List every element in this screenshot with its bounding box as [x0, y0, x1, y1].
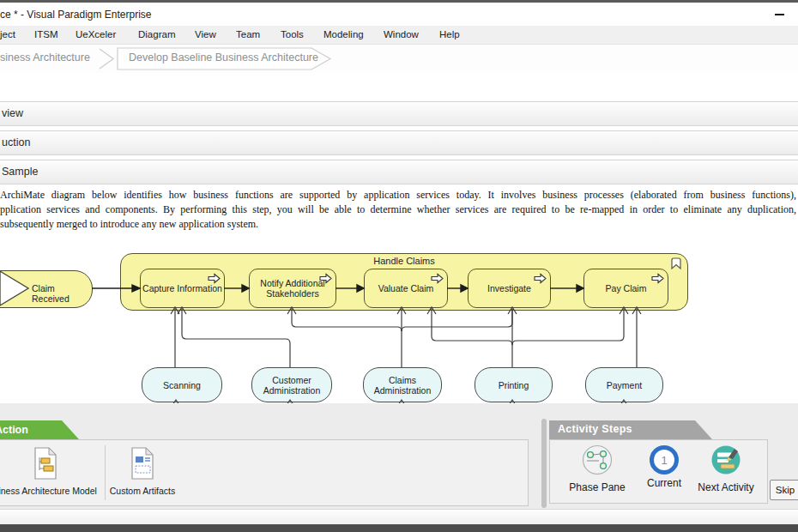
section-label: Sample: [2, 166, 38, 178]
section-header-introduction[interactable]: uction: [0, 130, 798, 155]
menu-item-project[interactable]: ject: [0, 29, 15, 39]
shape-process-notify-additional-stakeholders[interactable]: Notify Additional Stakeholders: [249, 269, 336, 308]
shape-label: Capture Information: [142, 283, 222, 293]
section-header-sample[interactable]: Sample: [0, 160, 798, 184]
process-arrow-icon: [534, 273, 547, 284]
action-item-custom-artifacts[interactable]: Custom Artifacts: [106, 444, 179, 500]
group-title: Handle Claims: [121, 256, 687, 266]
archimate-diagram: Handle Claims Claim Received Capture Inf…: [0, 247, 798, 406]
menu-item-tools[interactable]: Tools: [281, 29, 304, 39]
breadcrumb-item-develop-baseline[interactable]: Develop Baseline Business Architecture: [129, 51, 318, 63]
activity-step-phase-pane[interactable]: Phase Pane: [560, 444, 634, 493]
activity-step-current[interactable]: 1 Current: [636, 444, 692, 489]
menu-item-team[interactable]: Team: [236, 29, 260, 39]
process-arrow-icon: [208, 273, 221, 284]
document-list-icon: [129, 446, 156, 481]
shape-label: Scanning: [163, 380, 201, 390]
shape-process-pay-claim[interactable]: Pay Claim: [583, 269, 668, 308]
activity-steps-panel: Phase Pane 1 Current Next Activity: [549, 439, 768, 504]
current-step-number: 1: [661, 454, 667, 467]
shape-service-claims-administration[interactable]: Claims Administration: [363, 367, 442, 402]
process-arrow-icon: [431, 273, 444, 284]
shape-service-scanning[interactable]: Scanning: [142, 367, 222, 402]
description-line: ArchiMate diagram below identifies how b…: [0, 188, 796, 203]
action-item-label: siness Architecture Model: [0, 486, 99, 496]
menu-item-uexceler[interactable]: UeXceler: [76, 29, 116, 39]
activity-steps-tab: Activity Steps: [549, 420, 712, 439]
breadcrumb: siness Architecture Develop Baseline Bus…: [0, 45, 798, 73]
shape-label: Investigate: [487, 283, 531, 293]
shape-process-investigate[interactable]: Investigate: [468, 269, 551, 308]
process-arrow-icon: [319, 273, 332, 284]
shape-label: Claim Received: [32, 283, 92, 304]
menu-item-modeling[interactable]: Modeling: [323, 29, 364, 39]
window-title: ce * - Visual Paradigm Enterprise: [0, 9, 152, 21]
next-activity-icon: [710, 444, 741, 475]
shape-label: Customer Administration: [252, 375, 331, 396]
menu-bar: ject ITSM UeXceler Diagram View Team Too…: [0, 26, 798, 45]
section-label: uction: [2, 136, 30, 148]
shape-label: Valuate Claim: [378, 283, 434, 293]
action-tab-label: Action: [0, 424, 28, 436]
shape-service-printing[interactable]: Printing: [475, 367, 553, 402]
shape-process-valuate-claim[interactable]: Valuate Claim: [364, 269, 448, 308]
phase-pane-icon: [582, 444, 613, 475]
title-bar: ce * - Visual Paradigm Enterprise: [0, 3, 798, 26]
collapse-chevron-icon[interactable]: [669, 257, 683, 270]
current-step-ring-icon: 1: [650, 445, 679, 475]
app-window: ce * - Visual Paradigm Enterprise ject I…: [0, 0, 798, 532]
action-item-business-architecture-model[interactable]: siness Architecture Model: [0, 444, 99, 500]
menu-item-itsm[interactable]: ITSM: [34, 29, 57, 39]
description-line: subsequently merged to introduce any new…: [0, 217, 796, 232]
description-line: pplication services and components. By p…: [0, 203, 796, 217]
activity-steps-tab-label: Activity Steps: [558, 423, 632, 435]
section-header-overview[interactable]: view: [0, 101, 798, 126]
window-bottom-bar: [0, 524, 798, 532]
action-panel: siness Architecture Model Custom Artifac…: [0, 439, 529, 506]
shape-process-capture-information[interactable]: Capture Information: [140, 269, 225, 308]
skip-button[interactable]: Skip: [770, 480, 798, 500]
minimize-icon[interactable]: [775, 14, 784, 15]
event-triangle-icon: [0, 270, 31, 306]
activity-step-label: Current: [636, 477, 692, 489]
action-item-label: Custom Artifacts: [106, 486, 179, 496]
shape-label: Claims Administration: [364, 375, 441, 396]
breadcrumb-item-business-architecture[interactable]: siness Architecture: [0, 51, 90, 63]
shape-label: Printing: [499, 380, 529, 390]
description-paragraph: ArchiMate diagram below identifies how b…: [0, 188, 796, 232]
menu-item-help[interactable]: Help: [439, 29, 460, 39]
activity-step-label: Phase Pane: [560, 481, 634, 493]
shape-label: Payment: [607, 380, 642, 390]
menu-item-window[interactable]: Window: [384, 29, 419, 39]
shape-service-payment[interactable]: Payment: [585, 367, 663, 402]
scrollbar-thumb[interactable]: [541, 419, 547, 508]
process-arrow-icon: [651, 273, 664, 284]
collapsed-bottom-strip[interactable]: [0, 509, 798, 526]
activity-step-label: Next Activity: [689, 481, 763, 493]
menu-item-view[interactable]: View: [195, 29, 216, 39]
section-label: view: [2, 107, 23, 119]
menu-item-diagram[interactable]: Diagram: [138, 29, 175, 39]
activity-step-next-activity[interactable]: Next Activity: [689, 444, 763, 493]
shape-label: Pay Claim: [606, 283, 647, 293]
document-diagram-icon: [32, 446, 59, 481]
shape-service-customer-administration[interactable]: Customer Administration: [251, 367, 332, 402]
